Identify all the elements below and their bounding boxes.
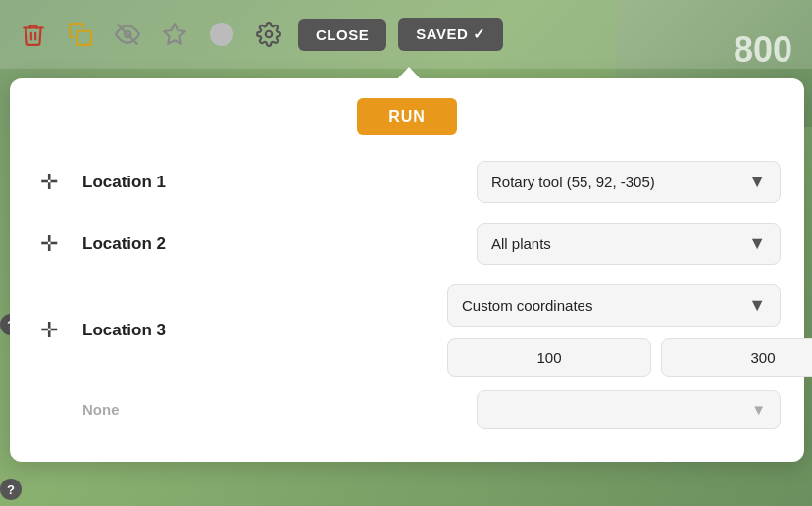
- bottom-dropdown-arrow: ▼: [751, 401, 766, 418]
- move-icon-3[interactable]: ✛: [33, 318, 65, 343]
- delete-icon[interactable]: [16, 17, 51, 52]
- run-btn-row: RUN: [33, 98, 781, 135]
- location-dropdown-1[interactable]: Rotary tool (55, 92, -305) ▼: [477, 161, 781, 203]
- location-row-1: ✛ Location 1 Rotary tool (55, 92, -305) …: [33, 155, 781, 209]
- svg-point-4: [266, 31, 273, 38]
- dropdown-arrow-2: ▼: [748, 233, 766, 254]
- dropdown-value-1: Rotary tool (55, 92, -305): [491, 174, 655, 190]
- svg-rect-0: [77, 31, 91, 45]
- dropdown-value-3: Custom coordinates: [462, 297, 592, 314]
- bottom-label: None: [33, 401, 477, 418]
- location-label-1: Location 1: [82, 173, 477, 192]
- location-rows: ✛ Location 1 Rotary tool (55, 92, -305) …: [33, 155, 781, 382]
- pin-icon[interactable]: [157, 17, 192, 52]
- dropdown-arrow-3: ▼: [748, 295, 766, 316]
- coord-y-input[interactable]: [661, 338, 812, 377]
- dropdown-arrow-1: ▼: [748, 172, 766, 192]
- gear-icon[interactable]: [251, 17, 286, 52]
- record-icon[interactable]: [204, 17, 239, 52]
- location-dropdown-2[interactable]: All plants ▼: [477, 223, 781, 265]
- location-dropdown-3[interactable]: Custom coordinates ▼: [447, 284, 781, 327]
- coord-x-input[interactable]: [447, 338, 651, 377]
- run-button[interactable]: RUN: [357, 98, 457, 135]
- location-row-3: ✛ Location 3 Custom coordinates ▼: [33, 278, 781, 382]
- bottom-dropdown[interactable]: ▼: [477, 390, 781, 429]
- location-panel: RUN ✛ Location 1 Rotary tool (55, 92, -3…: [10, 78, 804, 462]
- help-icon-2[interactable]: ?: [0, 479, 22, 500]
- location-3-right: Custom coordinates ▼: [447, 284, 781, 377]
- dropdown-value-2: All plants: [491, 235, 551, 252]
- bottom-row: None ▼: [33, 384, 781, 434]
- svg-point-3: [210, 23, 233, 46]
- eye-icon[interactable]: [110, 17, 145, 52]
- saved-button[interactable]: SAVED ✓: [398, 18, 503, 51]
- move-icon-1[interactable]: ✛: [33, 170, 65, 195]
- location-label-3: Location 3: [82, 321, 447, 340]
- copy-icon[interactable]: [63, 17, 98, 52]
- coord-inputs: [447, 338, 781, 377]
- location-row-2: ✛ Location 2 All plants ▼: [33, 217, 781, 271]
- toolbar: CLOSE SAVED ✓: [0, 0, 812, 69]
- close-button[interactable]: CLOSE: [298, 19, 386, 51]
- location-label-2: Location 2: [82, 234, 477, 254]
- move-icon-2[interactable]: ✛: [33, 231, 65, 257]
